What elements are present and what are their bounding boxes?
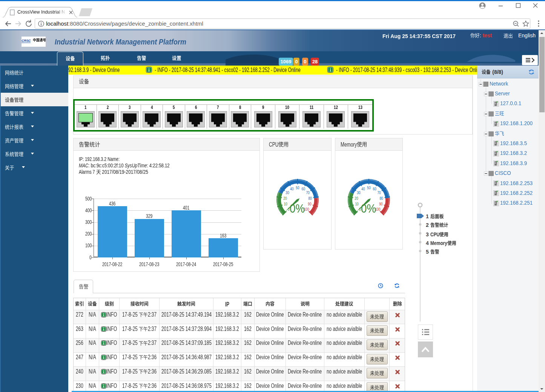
- svg-text:0%: 0%: [361, 202, 376, 215]
- svg-text:10: 10: [355, 202, 358, 206]
- svg-text:80: 80: [379, 196, 383, 201]
- svg-text:30: 30: [357, 190, 360, 195]
- svg-text:60: 60: [373, 187, 376, 191]
- svg-text:80: 80: [308, 196, 312, 201]
- svg-text:50: 50: [367, 185, 370, 190]
- svg-text:30: 30: [286, 190, 289, 195]
- svg-text:70: 70: [377, 190, 381, 195]
- svg-text:90: 90: [379, 202, 382, 206]
- svg-text:0%: 0%: [290, 202, 305, 215]
- svg-text:40: 40: [361, 187, 365, 191]
- svg-text:60: 60: [301, 187, 305, 191]
- svg-text:40: 40: [290, 187, 293, 191]
- svg-text:90: 90: [308, 202, 311, 206]
- svg-text:20: 20: [355, 196, 358, 201]
- svg-text:20: 20: [283, 196, 287, 201]
- svg-text:10: 10: [284, 202, 287, 206]
- svg-text:70: 70: [306, 190, 309, 195]
- svg-text:50: 50: [296, 185, 299, 190]
